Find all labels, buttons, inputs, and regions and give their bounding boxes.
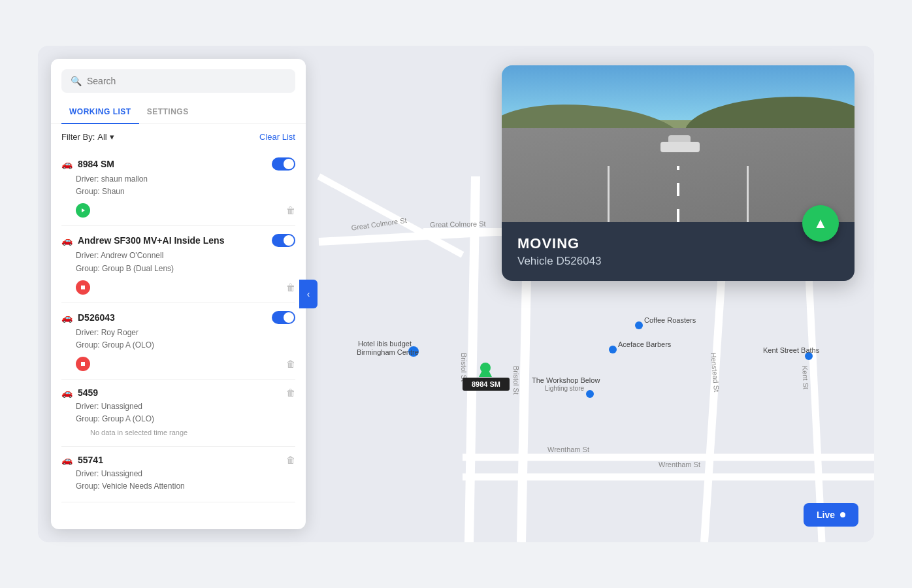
vehicle-info-bar: MOVING Vehicle D526043	[502, 222, 855, 281]
vehicle-icon: 🚗	[61, 387, 73, 398]
vehicle-header: 🚗 5459 🗑	[61, 387, 295, 398]
car-body	[660, 142, 700, 152]
live-button[interactable]: Live	[804, 503, 858, 527]
vehicle-header: 🚗 D526043	[61, 311, 295, 324]
list-item: 🚗 55741 🗑 Driver: Unassigned Group: Vehi…	[61, 447, 295, 502]
list-item: 🚗 Andrew SF300 MV+AI Inside Lens Driver:…	[61, 226, 295, 302]
svg-text:Wrentham St: Wrentham St	[659, 461, 700, 468]
road-line-left	[608, 166, 610, 222]
vehicle-actions: 🗑	[61, 357, 295, 371]
vehicle-status-label: MOVING	[517, 235, 839, 252]
vehicle-name-row: 🚗 Andrew SF300 MV+AI Inside Lens	[61, 235, 224, 246]
car-shape	[660, 142, 700, 156]
live-indicator-dot	[840, 512, 845, 517]
filter-row: Filter By: All ▾ Clear List	[51, 124, 306, 150]
driver-info: Driver: Unassigned	[76, 468, 295, 480]
group-info: Group: Group A (OLO)	[76, 413, 295, 425]
vehicle-header: 🚗 55741 🗑	[61, 455, 295, 465]
svg-text:Lighting store: Lighting store	[545, 385, 584, 392]
vehicle-meta: Driver: Unassigned Group: Group A (OLO) …	[61, 400, 295, 438]
vehicle-meta: Driver: Unassigned Group: Vehicle Needs …	[61, 468, 295, 493]
svg-rect-35	[81, 286, 85, 289]
svg-text:Bristol St: Bristol St	[460, 353, 468, 382]
delete-button[interactable]: 🗑	[286, 455, 295, 465]
vehicle-meta: Driver: shaun mallon Group: Shaun	[61, 173, 295, 198]
svg-text:Hotel ibis budget: Hotel ibis budget	[358, 340, 412, 348]
status-stopped-icon[interactable]	[76, 280, 90, 295]
svg-point-20	[609, 346, 617, 353]
svg-text:Kent Street Baths: Kent Street Baths	[763, 346, 820, 354]
svg-point-31	[480, 363, 491, 373]
delete-button[interactable]: 🗑	[286, 282, 295, 293]
vehicle-actions: 🗑	[61, 203, 295, 218]
sidebar-panel: 🔍 WORKING LIST SETTINGS Filter By: All ▾…	[51, 59, 306, 529]
vehicle-name-row: 🚗 55741	[61, 455, 103, 465]
svg-text:Coffee Roasters: Coffee Roasters	[644, 316, 696, 324]
group-info: Group: Shaun	[76, 186, 295, 198]
vehicle-toggle[interactable]	[272, 234, 295, 247]
svg-text:Bristol St: Bristol St	[512, 366, 520, 395]
search-icon: 🔍	[71, 76, 82, 86]
search-box[interactable]: 🔍	[61, 69, 295, 93]
group-info: Group: Group B (Dual Lens)	[76, 263, 295, 275]
driver-info: Driver: Unassigned	[76, 400, 295, 413]
vehicle-icon: 🚗	[61, 455, 73, 465]
list-item: 🚗 5459 🗑 Driver: Unassigned Group: Group…	[61, 380, 295, 447]
svg-text:The Workshop Below: The Workshop Below	[532, 376, 600, 384]
vehicle-toggle[interactable]	[272, 311, 295, 324]
collapse-sidebar-button[interactable]: ‹	[299, 280, 318, 308]
svg-rect-36	[81, 362, 85, 366]
svg-text:8984 SM: 8984 SM	[472, 380, 500, 388]
vehicle-id-label: Vehicle D526043	[517, 255, 839, 268]
svg-text:Wrentham St: Wrentham St	[547, 446, 589, 453]
driver-info: Driver: Andrew O'Connell	[76, 250, 295, 262]
vehicle-header: 🚗 8984 SM	[61, 157, 295, 171]
svg-point-18	[635, 321, 643, 329]
vehicle-name-row: 🚗 8984 SM	[61, 159, 114, 169]
vehicle-name-row: 🚗 D526043	[61, 312, 115, 323]
vehicle-icon: 🚗	[61, 235, 73, 246]
road-center-lines	[677, 166, 679, 222]
vehicle-list: 🚗 8984 SM Driver: shaun mallon Group: Sh…	[51, 150, 306, 529]
delete-button[interactable]: 🗑	[286, 387, 295, 398]
vehicle-icon: 🚗	[61, 159, 73, 169]
group-info: Group: Vehicle Needs Attention	[76, 480, 295, 493]
vehicle-name: 5459	[78, 387, 98, 398]
vehicle-meta: Driver: Andrew O'Connell Group: Group B …	[61, 250, 295, 274]
group-info: Group: Group A (OLO)	[76, 339, 295, 351]
status-stopped-icon[interactable]	[76, 357, 90, 371]
status-moving-icon[interactable]	[76, 203, 90, 218]
vehicle-icon: 🚗	[61, 312, 73, 323]
filter-chevron-icon: ▾	[110, 132, 114, 142]
nav-arrow-icon: ▲	[813, 215, 828, 232]
delete-button[interactable]: 🗑	[286, 205, 295, 216]
tab-settings[interactable]: SETTINGS	[139, 101, 197, 124]
collapse-icon: ‹	[307, 289, 310, 299]
vehicle-actions: 🗑	[61, 280, 295, 295]
svg-point-22	[586, 390, 594, 398]
vehicle-name: 55741	[78, 455, 103, 465]
filter-value: All	[97, 132, 106, 142]
filter-label[interactable]: Filter By: All ▾	[61, 132, 114, 142]
tab-working-list[interactable]: WORKING LIST	[61, 101, 139, 124]
clear-list-button[interactable]: Clear List	[259, 132, 295, 142]
tabs-bar: WORKING LIST SETTINGS	[51, 101, 306, 124]
search-section: 🔍	[51, 59, 306, 93]
svg-line-3	[469, 176, 476, 542]
no-data-msg: No data in selected time range	[76, 427, 295, 439]
nav-circle[interactable]: ▲	[802, 205, 839, 242]
filter-text: Filter By:	[61, 132, 95, 142]
delete-button[interactable]: 🗑	[286, 359, 295, 369]
vehicle-header: 🚗 Andrew SF300 MV+AI Inside Lens	[61, 234, 295, 247]
svg-text:Aceface Barbers: Aceface Barbers	[618, 340, 672, 348]
vehicle-name: Andrew SF300 MV+AI Inside Lens	[78, 235, 224, 246]
vehicle-meta: Driver: Roy Roger Group: Group A (OLO)	[61, 327, 295, 351]
svg-text:Birmingham Centre: Birmingham Centre	[357, 348, 419, 356]
search-input[interactable]	[87, 76, 286, 86]
street-view-image	[502, 65, 855, 222]
svg-marker-34	[82, 208, 85, 212]
list-item: 🚗 D526043 Driver: Roy Roger Group: Group…	[61, 303, 295, 380]
road-line-right	[747, 166, 749, 222]
vehicle-toggle[interactable]	[272, 157, 295, 171]
driver-info: Driver: shaun mallon	[76, 173, 295, 186]
